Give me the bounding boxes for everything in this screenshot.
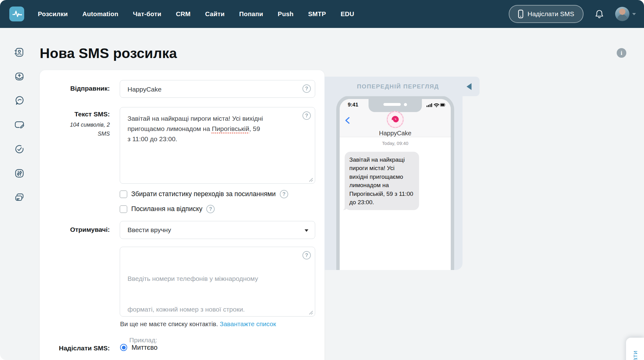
send-time-label: Надіслати SMS: [40, 344, 110, 352]
chevron-down-icon [632, 13, 636, 15]
status-time: 9:41 [348, 102, 358, 108]
chat-loop-icon [14, 95, 25, 106]
sms-text-line2: пригощаємо лимонадом на Пирогівській, 59 [127, 124, 299, 134]
camera-dot [404, 103, 407, 106]
recipients-label: Отримувачі: [40, 226, 110, 233]
preview-date: Today, 09:40 [340, 141, 451, 146]
left-sidebar [14, 47, 25, 203]
sms-text-label: Текст SMS: [40, 110, 110, 118]
phone-numbers-textarea[interactable]: Введіть номери телефонів у міжнародному … [120, 247, 315, 317]
main-menu: Розсилки Automation Чат-боти CRM Сайти П… [38, 10, 354, 18]
nav-item-popups[interactable]: Попапи [239, 10, 263, 18]
sidebar-item-settings[interactable] [14, 168, 25, 179]
help-icon[interactable]: ? [280, 190, 288, 198]
chats-tab[interactable]: Чати [626, 338, 644, 360]
sms-text-line1: Завітай на найкращі пироги міста! Усі ви… [127, 113, 299, 124]
sendpulse-logo[interactable] [9, 7, 24, 21]
sms-text-line3: з 11:00 до 23:00. [127, 134, 299, 144]
checkbox[interactable] [120, 191, 127, 198]
preview-panel: 9:41 [324, 96, 463, 270]
chats-tab-label: Чати [631, 342, 639, 360]
instant-radio[interactable] [120, 344, 127, 351]
nav-item-edu[interactable]: EDU [341, 10, 354, 18]
collapse-arrow-icon[interactable] [467, 83, 472, 90]
misspelled-word: Пирогівській [212, 125, 249, 132]
nav-item-sites[interactable]: Сайти [205, 10, 225, 18]
nav-item-chatbots[interactable]: Чат-боти [133, 10, 161, 18]
nav-item-crm[interactable]: CRM [176, 10, 190, 18]
preview-sender-name: HappyCake [340, 130, 451, 137]
avatar[interactable] [615, 7, 629, 21]
sidebar-item-chats[interactable] [14, 95, 25, 106]
sidebar-item-verification[interactable] [14, 143, 25, 155]
app-window: Розсилки Automation Чат-боти CRM Сайти П… [0, 0, 644, 360]
account-menu[interactable] [615, 7, 636, 21]
happycake-logo [386, 110, 405, 129]
smartphone-icon [518, 10, 523, 18]
bell-icon[interactable] [595, 9, 604, 19]
recipients-select[interactable]: Ввести вручну [120, 221, 315, 239]
phone-mockup: 9:41 [336, 96, 454, 270]
page-title: Нова SMS розсилка [40, 45, 177, 61]
campaigns-tray-icon [14, 71, 25, 82]
navbar-right: Надіслати SMS [509, 5, 636, 23]
check-circle-icon [14, 143, 25, 155]
sms-counter: 104 символів, 2 SMS [40, 120, 110, 138]
back-chevron-icon [343, 116, 352, 125]
contacts-note: Ви ще не маєте списку контактів. Заванта… [120, 320, 276, 328]
instant-radio-label: Миттєво [132, 344, 158, 352]
sidebar-item-address-book[interactable] [14, 47, 25, 58]
resize-handle[interactable] [309, 178, 313, 182]
sender-label: Відправник: [40, 85, 110, 92]
unsubscribe-label: Посилання на відписку [131, 205, 202, 213]
send-sms-button[interactable]: Надіслати SMS [509, 5, 584, 23]
help-icon[interactable]: ? [206, 205, 215, 213]
sidebar-item-billing[interactable] [14, 192, 25, 203]
sms-bubble: Завітай на найкращі пироги міста! Усі ви… [345, 152, 419, 210]
help-icon[interactable]: ? [302, 84, 311, 93]
address-book-icon [14, 47, 25, 58]
resize-handle[interactable] [309, 311, 313, 315]
speaker [383, 103, 401, 106]
sidebar-item-campaigns[interactable] [14, 71, 25, 82]
sidebar-item-templates[interactable] [14, 119, 25, 131]
nav-item-smtp[interactable]: SMTP [308, 10, 326, 18]
phone-screen: 9:41 [340, 99, 451, 270]
send-sms-label: Надіслати SMS [528, 10, 574, 18]
nav-item-push[interactable]: Push [278, 10, 293, 18]
preview-header: ПОПЕРЕДНІЙ ПЕРЕГЛЯД [324, 77, 480, 96]
message-edit-icon [14, 119, 25, 131]
placeholder-line: Введіть номери телефонів у міжнародному [127, 273, 299, 284]
cards-icon [14, 192, 25, 203]
top-navbar: Розсилки Automation Чат-боти CRM Сайти П… [0, 0, 644, 28]
pulse-icon [11, 8, 23, 20]
preview-title: ПОПЕРЕДНІЙ ПЕРЕГЛЯД [324, 83, 460, 90]
status-icons [427, 102, 446, 107]
campaign-form-card: Відправник: ? Текст SMS: 104 символів, 2… [40, 70, 324, 360]
recipients-selected-value: Ввести вручну [127, 226, 171, 234]
sms-text-area[interactable]: Завітай на найкращі пироги міста! Усі ви… [120, 107, 315, 184]
caret-down-icon [305, 229, 308, 232]
sliders-icon [14, 168, 25, 179]
nav-item-automation[interactable]: Automation [83, 10, 119, 18]
unsubscribe-checkbox-row[interactable]: Посилання на відписку ? [120, 205, 215, 213]
help-icon[interactable]: ? [302, 111, 311, 120]
sender-field-wrap: ? [120, 80, 315, 98]
track-links-label: Збирати статистику переходів за посиланн… [131, 190, 276, 198]
info-icon[interactable]: i [617, 48, 626, 58]
nav-item-campaigns[interactable]: Розсилки [38, 10, 68, 18]
checkbox[interactable] [120, 205, 127, 213]
placeholder-line: форматі, кожний номер з нової строки. [127, 304, 299, 314]
upload-list-link[interactable]: Завантажте список [220, 320, 276, 327]
help-icon[interactable]: ? [302, 251, 311, 259]
track-links-checkbox-row[interactable]: Збирати статистику переходів за посиланн… [120, 190, 288, 198]
